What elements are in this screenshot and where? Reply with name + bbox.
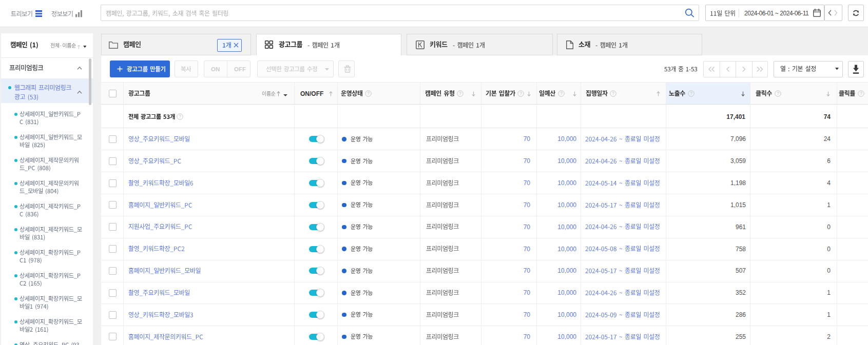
svg-text:?: ? (777, 91, 779, 96)
svg-text:?: ? (690, 91, 692, 96)
svg-text:?: ? (612, 91, 614, 96)
svg-text:?: ? (367, 91, 370, 96)
svg-text:?: ? (860, 91, 862, 96)
svg-text:?: ? (179, 114, 181, 119)
svg-text:?: ? (560, 91, 563, 96)
svg-text:?: ? (519, 91, 522, 96)
svg-text:?: ? (459, 91, 461, 96)
